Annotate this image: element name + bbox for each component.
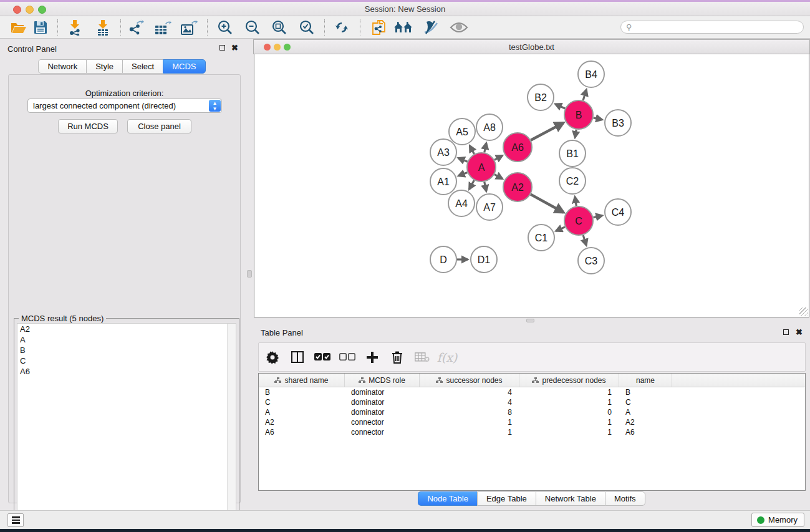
close-panel-button[interactable]: Close panel <box>127 119 191 133</box>
table-settings-icon[interactable] <box>261 347 284 368</box>
export-network-icon[interactable] <box>125 18 147 37</box>
graph-edge-A-A2[interactable] <box>494 175 502 179</box>
delete-column-icon[interactable] <box>386 347 408 368</box>
graph-node-A5[interactable]: A5 <box>449 118 475 145</box>
float-panel-icon[interactable] <box>783 329 789 335</box>
graph-node-A1[interactable]: A1 <box>430 168 456 195</box>
table-cell[interactable]: 1 <box>519 397 619 407</box>
save-session-icon[interactable] <box>30 18 51 37</box>
graph-node-C2[interactable]: C2 <box>559 168 586 194</box>
optimization-criterion-dropdown[interactable]: largest connected component (directed) ▲… <box>27 99 222 113</box>
graph-node-A[interactable]: A <box>467 153 496 181</box>
graph-node-A3[interactable]: A3 <box>430 139 456 165</box>
export-image-icon[interactable] <box>178 18 200 37</box>
table-cell[interactable]: 1 <box>519 417 619 427</box>
graph-node-A8[interactable]: A8 <box>476 114 503 140</box>
table-cell[interactable]: C <box>619 397 672 407</box>
scrollbar[interactable] <box>227 324 236 528</box>
select-all-checks-icon[interactable] <box>311 347 334 368</box>
graph-edge-B-B1[interactable] <box>575 130 576 138</box>
tab-network[interactable]: Network <box>38 59 86 74</box>
export-table-icon[interactable] <box>152 18 173 37</box>
graph-edge-A-A8[interactable] <box>485 143 486 152</box>
table-cell[interactable]: dominator <box>345 397 420 407</box>
close-panel-icon[interactable]: ✖ <box>231 44 238 52</box>
mcds-result-item[interactable]: A <box>17 334 236 345</box>
float-panel-icon[interactable] <box>219 45 225 51</box>
import-network-icon[interactable] <box>64 18 85 37</box>
node-table[interactable]: shared nameMCDS rolesuccessor nodesprede… <box>258 373 806 491</box>
graph-edge-A-A5[interactable] <box>470 146 474 154</box>
table-row[interactable]: Cdominator41C <box>259 397 805 407</box>
mcds-result-item[interactable]: C <box>17 355 236 366</box>
window-resize-grip[interactable] <box>799 307 808 316</box>
column-manager-icon[interactable] <box>286 347 309 368</box>
tab-network-table[interactable]: Network Table <box>536 491 605 506</box>
graph-node-A4[interactable]: A4 <box>448 190 475 216</box>
table-cell[interactable]: A <box>259 407 345 417</box>
tab-node-table[interactable]: Node Table <box>418 491 477 506</box>
graph-edge-C-C1[interactable] <box>556 227 565 231</box>
graph-node-D1[interactable]: D1 <box>471 246 497 273</box>
search-input[interactable] <box>635 23 803 32</box>
table-cell[interactable]: 1 <box>519 387 619 397</box>
table-cell[interactable]: connector <box>345 427 420 437</box>
refresh-view-icon[interactable] <box>331 18 352 37</box>
import-table-icon[interactable] <box>92 18 113 37</box>
graph-node-B4[interactable]: B4 <box>578 61 604 87</box>
graph-node-D[interactable]: D <box>430 246 456 273</box>
zoom-fit-icon[interactable] <box>269 18 290 37</box>
network-canvas[interactable]: B4B2BB3B1A5A8A3A6AA1A4A7A2C2C4CC1C3DD1 <box>254 54 809 317</box>
column-header-shared-name[interactable]: shared name <box>259 374 345 387</box>
graph-edge-C-C3[interactable] <box>583 235 586 245</box>
graph-edge-A-A4[interactable] <box>470 180 475 189</box>
tab-motifs[interactable]: Motifs <box>605 491 645 506</box>
graph-node-A6[interactable]: A6 <box>503 133 532 162</box>
tab-edge-table[interactable]: Edge Table <box>477 491 536 506</box>
column-header-successor-nodes[interactable]: successor nodes <box>420 374 519 387</box>
graph-node-A7[interactable]: A7 <box>476 194 503 220</box>
table-cell[interactable]: connector <box>345 417 420 427</box>
graph-node-C1[interactable]: C1 <box>528 225 554 251</box>
graph-node-B3[interactable]: B3 <box>605 110 631 136</box>
table-row[interactable]: Bdominator41B <box>259 387 805 397</box>
graph-edge-C-C2[interactable] <box>575 197 576 206</box>
graph-node-B1[interactable]: B1 <box>559 140 586 167</box>
add-column-icon[interactable] <box>361 347 383 368</box>
table-cell[interactable]: A <box>619 407 672 417</box>
mcds-result-item[interactable]: A6 <box>17 366 236 377</box>
hide-graphics-details-icon[interactable] <box>420 18 441 37</box>
graph-node-C3[interactable]: C3 <box>578 248 604 274</box>
task-history-button[interactable] <box>7 513 24 527</box>
table-cell[interactable]: 8 <box>420 407 519 417</box>
close-panel-icon[interactable]: ✖ <box>796 328 803 336</box>
graph-edge-A-A6[interactable] <box>494 156 502 160</box>
column-header-predecessor-nodes[interactable]: predecessor nodes <box>519 374 619 387</box>
graph-node-C[interactable]: C <box>564 206 593 235</box>
graph-node-C4[interactable]: C4 <box>605 199 631 225</box>
run-mcds-button[interactable]: Run MCDS <box>58 119 118 133</box>
table-cell[interactable]: dominator <box>345 407 420 417</box>
panel-divider-handle[interactable] <box>247 270 252 278</box>
open-file-icon[interactable] <box>8 18 29 37</box>
table-cell[interactable]: A2 <box>259 417 345 427</box>
graph-edge-B-B3[interactable] <box>594 118 602 120</box>
deselect-all-checks-icon[interactable] <box>336 347 359 368</box>
graph-edge-A2-C[interactable] <box>531 195 563 213</box>
column-header-name[interactable]: name <box>619 374 672 387</box>
panel-divider-handle[interactable] <box>526 319 534 322</box>
mcds-result-item[interactable]: A2 <box>17 324 236 334</box>
table-row[interactable]: A2connector11A2 <box>259 417 805 427</box>
table-cell[interactable]: 4 <box>420 387 519 397</box>
table-cell[interactable]: A6 <box>259 427 345 437</box>
graph-edge-B-B4[interactable] <box>583 90 586 100</box>
table-cell[interactable]: 1 <box>519 427 619 437</box>
mcds-result-item[interactable]: B <box>17 345 236 355</box>
first-neighbors-icon[interactable] <box>393 18 414 37</box>
graph-edge-A-A7[interactable] <box>485 182 486 191</box>
tab-style[interactable]: Style <box>86 59 122 74</box>
table-cell[interactable]: dominator <box>345 387 420 397</box>
network-graph[interactable]: B4B2BB3B1A5A8A3A6AA1A4A7A2C2C4CC1C3DD1 <box>254 54 809 316</box>
clone-network-icon[interactable] <box>368 18 389 37</box>
table-cell[interactable]: 1 <box>420 427 519 437</box>
